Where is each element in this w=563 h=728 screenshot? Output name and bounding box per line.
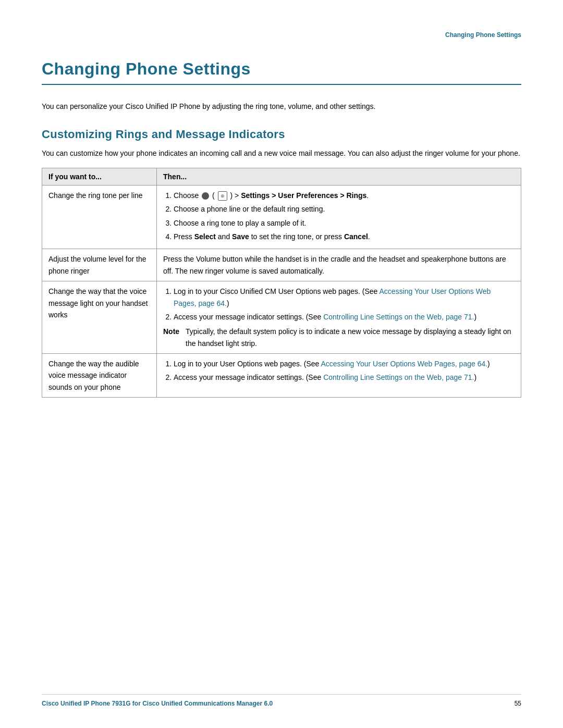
table-cell-right: Log in to your Cisco Unified CM User Opt… bbox=[157, 281, 521, 354]
table-cell-right: Press the Volume button while the handse… bbox=[157, 249, 521, 281]
link-controlling-line-2[interactable]: Controlling Line Settings on the Web, pa… bbox=[323, 373, 474, 381]
section-title: Customizing Rings and Message Indicators bbox=[42, 128, 521, 141]
link-controlling-line-1[interactable]: Controlling Line Settings on the Web, pa… bbox=[323, 313, 474, 321]
note-label: Note bbox=[163, 326, 181, 349]
table-cell-left: Change the ring tone per line bbox=[42, 185, 157, 249]
page-container: Changing Phone Settings Changing Phone S… bbox=[0, 0, 563, 728]
title-rule bbox=[42, 84, 521, 85]
link-accessing-user-options-2[interactable]: Accessing Your User Options Web Pages, p… bbox=[321, 360, 488, 368]
table-cell-left: Change the way the audible voice message… bbox=[42, 354, 157, 398]
footer-left-text: Cisco Unified IP Phone 7931G for Cisco U… bbox=[42, 700, 273, 707]
grid-icon: ⊕ bbox=[218, 191, 227, 201]
list-item: Access your message indicator settings. … bbox=[174, 372, 515, 383]
col1-header: If you want to... bbox=[42, 168, 157, 185]
table-cell-left: Change the way that the voice message li… bbox=[42, 281, 157, 354]
note-text: Typically, the default system policy is … bbox=[186, 326, 515, 349]
table-row: Change the way that the voice message li… bbox=[42, 281, 521, 354]
table-cell-right: Choose ( ⊕ ) > Settings > User Preferenc… bbox=[157, 185, 521, 249]
header-section-title-text: Changing Phone Settings bbox=[445, 31, 521, 39]
table-row: Change the way the audible voice message… bbox=[42, 354, 521, 398]
step-list: Choose ( ⊕ ) > Settings > User Preferenc… bbox=[163, 190, 515, 243]
table-row: Adjust the volume level for the phone ri… bbox=[42, 249, 521, 281]
list-item: Access your message indicator settings. … bbox=[174, 311, 515, 323]
list-item: Log in to your User Options web pages. (… bbox=[174, 358, 515, 369]
circle-icon bbox=[202, 192, 209, 200]
table-cell-left: Adjust the volume level for the phone ri… bbox=[42, 249, 157, 281]
list-item: Choose ( ⊕ ) > Settings > User Preferenc… bbox=[174, 190, 515, 201]
settings-table: If you want to... Then... Change the rin… bbox=[42, 168, 521, 398]
list-item: Choose a ring tone to play a sample of i… bbox=[174, 217, 515, 229]
volume-text: Press the Volume button while the handse… bbox=[163, 255, 506, 275]
page-footer: Cisco Unified IP Phone 7931G for Cisco U… bbox=[42, 694, 521, 707]
note-row: Note Typically, the default system polic… bbox=[163, 326, 515, 349]
section-intro: You can customize how your phone indicat… bbox=[42, 147, 521, 159]
step-list: Log in to your User Options web pages. (… bbox=[163, 358, 515, 384]
footer-page-number: 55 bbox=[515, 700, 521, 707]
link-accessing-user-options-1[interactable]: Accessing Your User Options Web Pages, p… bbox=[174, 287, 491, 307]
list-item: Log in to your Cisco Unified CM User Opt… bbox=[174, 286, 515, 309]
table-row: Change the ring tone per line Choose ( ⊕… bbox=[42, 185, 521, 249]
list-item: Press Select and Save to set the ring to… bbox=[174, 231, 515, 242]
list-item: Choose a phone line or the default ring … bbox=[174, 203, 515, 215]
header-section-title: Changing Phone Settings bbox=[42, 31, 521, 39]
table-cell-right: Log in to your User Options web pages. (… bbox=[157, 354, 521, 398]
col2-header: Then... bbox=[157, 168, 521, 185]
step-list: Log in to your Cisco Unified CM User Opt… bbox=[163, 286, 515, 323]
chapter-title: Changing Phone Settings bbox=[42, 59, 521, 79]
chapter-intro: You can personalize your Cisco Unified I… bbox=[42, 101, 521, 112]
